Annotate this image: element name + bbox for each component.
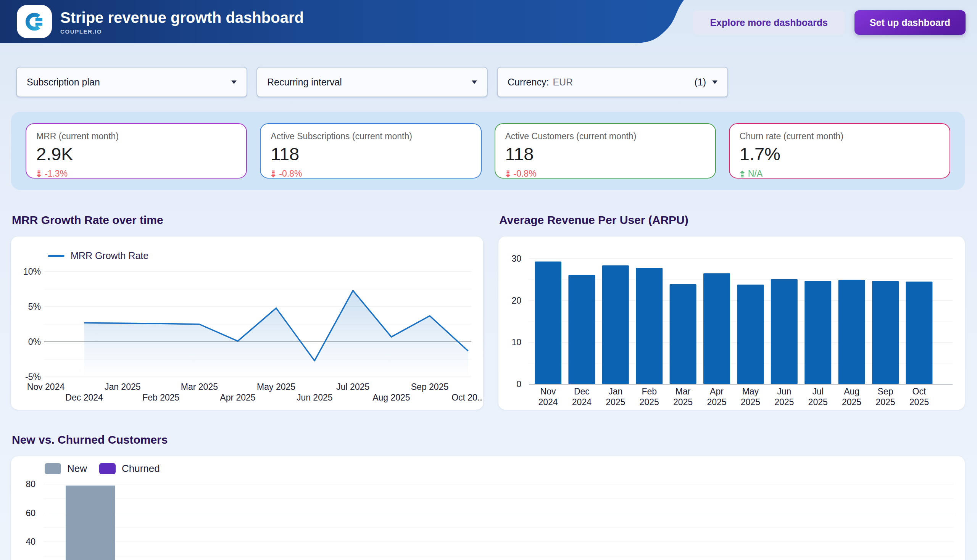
kpi-value: 1.7% xyxy=(740,143,940,164)
kpi-label: Active Subscriptions (current month) xyxy=(271,131,471,142)
svg-text:2025: 2025 xyxy=(808,397,828,407)
svg-text:0: 0 xyxy=(516,379,521,389)
svg-text:2025: 2025 xyxy=(673,397,693,407)
svg-text:2025: 2025 xyxy=(909,397,929,407)
svg-text:Mar: Mar xyxy=(675,387,691,397)
trend-up-icon xyxy=(740,170,745,177)
kpi-delta: -0.8% xyxy=(271,168,471,179)
trend-down-icon xyxy=(271,170,276,177)
arpu-section: Average Revenue Per User (ARPU) 3020100N… xyxy=(498,213,965,410)
svg-text:May: May xyxy=(742,387,759,397)
svg-text:80: 80 xyxy=(25,479,35,489)
svg-text:2025: 2025 xyxy=(875,397,895,407)
kpi-label: Active Customers (current month) xyxy=(505,131,705,142)
svg-text:Jul 2025: Jul 2025 xyxy=(336,382,369,392)
filter-count: (1) xyxy=(694,77,706,88)
trend-down-icon xyxy=(505,170,511,177)
mrr-growth-section: MRR Growth Rate over time MRR Growth Rat… xyxy=(11,213,483,410)
brand-subtitle: COUPLER.IO xyxy=(60,28,304,35)
mrr-legend: MRR Growth Rate xyxy=(48,250,149,261)
chart-title-new-vs-churned: New vs. Churned Customers xyxy=(12,433,966,446)
kpi-delta-value: N/A xyxy=(748,168,763,179)
legend-label: MRR Growth Rate xyxy=(70,250,149,261)
filter-label: Currency: xyxy=(508,77,549,88)
svg-text:Dec 2024: Dec 2024 xyxy=(65,393,103,402)
kpi-value: 2.9K xyxy=(36,143,236,164)
coupler-logo-icon xyxy=(22,10,47,33)
svg-text:Mar 2025: Mar 2025 xyxy=(181,382,218,392)
kpi-delta-value: -0.8% xyxy=(279,168,302,179)
legend-label: New xyxy=(67,463,87,475)
svg-text:2025: 2025 xyxy=(842,397,861,407)
svg-text:Jun 2025: Jun 2025 xyxy=(297,393,333,402)
svg-text:2025: 2025 xyxy=(606,397,625,407)
kpi-delta: N/A xyxy=(740,168,940,179)
svg-text:Jan: Jan xyxy=(608,387,623,397)
setup-dashboard-button[interactable]: Set up dashboard xyxy=(855,10,965,35)
page-title: Stripe revenue growth dashboard xyxy=(60,9,304,26)
kpi-delta: -1.3% xyxy=(36,168,236,179)
explore-dashboards-button[interactable]: Explore more dashboards xyxy=(693,10,844,35)
svg-text:Apr 2025: Apr 2025 xyxy=(220,393,256,402)
svg-text:Sep: Sep xyxy=(878,387,893,397)
svg-text:2025: 2025 xyxy=(774,397,794,407)
filter-bar: Subscription plan Recurring interval Cur… xyxy=(16,67,977,97)
filter-label: Recurring interval xyxy=(267,77,342,88)
legend-label: Churned xyxy=(122,463,160,475)
svg-text:-5%: -5% xyxy=(25,372,41,382)
svg-text:May 2025: May 2025 xyxy=(257,382,296,392)
new-vs-churned-card: New Churned 806040 xyxy=(11,456,965,560)
svg-text:2024: 2024 xyxy=(538,397,558,407)
nvc-legend: New Churned xyxy=(45,463,160,475)
kpi-card-active-customers: Active Customers (current month) 118 -0.… xyxy=(494,123,716,178)
filter-label: Subscription plan xyxy=(27,77,100,88)
filter-value: EUR xyxy=(553,77,573,88)
svg-text:Jan 2025: Jan 2025 xyxy=(105,382,141,392)
svg-text:Dec: Dec xyxy=(574,387,590,397)
mrr-growth-card: MRR Growth Rate 10%5%0%-5%Nov 2024Dec 20… xyxy=(11,237,483,410)
svg-text:Aug 2025: Aug 2025 xyxy=(372,393,410,402)
chart-title-mrr: MRR Growth Rate over time xyxy=(12,213,483,227)
kpi-card-active-subscriptions: Active Subscriptions (current month) 118… xyxy=(260,123,481,178)
chevron-down-icon xyxy=(712,80,718,84)
svg-text:Nov: Nov xyxy=(540,387,556,397)
header-buttons: Explore more dashboards Set up dashboard xyxy=(693,10,965,35)
kpi-card-mrr: MRR (current month) 2.9K -1.3% xyxy=(25,123,247,178)
svg-text:40: 40 xyxy=(25,537,35,547)
chevron-down-icon xyxy=(472,80,477,84)
kpi-delta-value: -0.8% xyxy=(514,168,536,179)
mrr-growth-chart: 10%5%0%-5%Nov 2024Dec 2024Jan 2025Feb 20… xyxy=(11,237,483,410)
churned-series-swatch xyxy=(99,463,116,474)
svg-text:Feb 2025: Feb 2025 xyxy=(142,393,179,402)
kpi-value: 118 xyxy=(505,143,705,164)
coupler-logo xyxy=(17,5,52,38)
kpi-value: 118 xyxy=(271,143,471,164)
svg-text:Jul: Jul xyxy=(812,387,823,397)
svg-text:Aug: Aug xyxy=(844,387,860,397)
subscription-plan-filter[interactable]: Subscription plan xyxy=(16,67,247,97)
svg-text:60: 60 xyxy=(25,508,35,518)
legend-item-new: New xyxy=(45,463,87,475)
svg-text:Jun: Jun xyxy=(777,387,791,397)
kpi-card-churn-rate: Churn rate (current month) 1.7% N/A xyxy=(729,123,950,178)
svg-text:2024: 2024 xyxy=(572,397,591,407)
recurring-interval-filter[interactable]: Recurring interval xyxy=(256,67,488,97)
currency-filter[interactable]: Currency: EUR (1) xyxy=(497,67,728,97)
svg-text:2025: 2025 xyxy=(640,397,659,407)
trend-down-icon xyxy=(36,170,42,177)
arpu-card: 3020100Nov2024Dec2024Jan2025Feb2025Mar20… xyxy=(498,237,965,410)
kpi-delta: -0.8% xyxy=(505,168,705,179)
kpi-delta-value: -1.3% xyxy=(45,168,68,179)
svg-text:20: 20 xyxy=(511,296,521,305)
kpi-band: MRR (current month) 2.9K -1.3% Active Su… xyxy=(11,112,965,190)
svg-text:Feb: Feb xyxy=(641,387,657,397)
chevron-down-icon xyxy=(231,80,237,84)
svg-text:5%: 5% xyxy=(28,302,41,312)
arpu-chart: 3020100Nov2024Dec2024Jan2025Feb2025Mar20… xyxy=(498,237,965,410)
chart-title-arpu: Average Revenue Per User (ARPU) xyxy=(499,213,965,227)
svg-text:Oct: Oct xyxy=(912,387,926,397)
svg-text:2025: 2025 xyxy=(707,397,726,407)
svg-text:30: 30 xyxy=(511,254,521,263)
app-header: Stripe revenue growth dashboard COUPLER.… xyxy=(0,0,977,43)
svg-text:10%: 10% xyxy=(23,267,41,277)
